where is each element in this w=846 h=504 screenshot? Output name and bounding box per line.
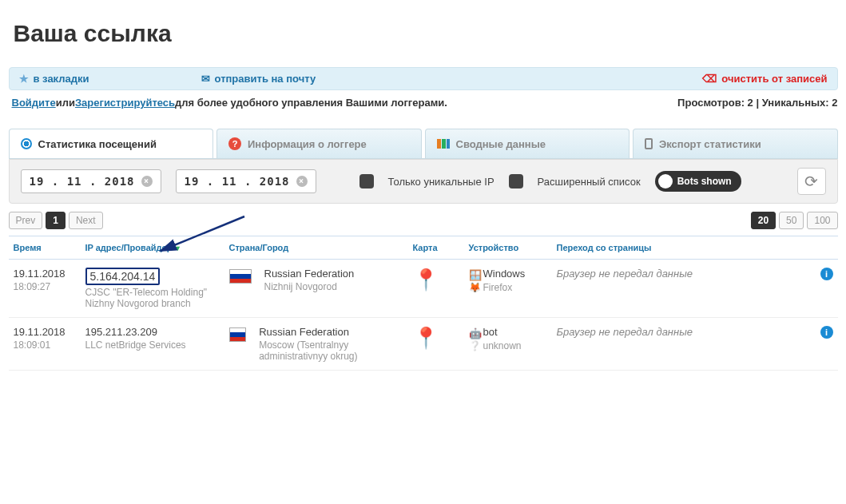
row-provider: LLC netBridge Services	[85, 339, 220, 351]
bookmark-link[interactable]: ★ в закладки	[19, 73, 89, 85]
col-ip[interactable]: IP адрес/Провайдер	[81, 236, 224, 260]
row-city: Moscow (Tsentralnyy administrativnyy okr…	[259, 339, 403, 362]
tab-info[interactable]: ? Информация о логгере	[216, 129, 422, 158]
refresh-button[interactable]: ⟳	[797, 168, 826, 195]
row-city: Nizhnij Novgorod	[264, 281, 355, 292]
clear-records-label: очистить от записей	[721, 73, 827, 85]
send-mail-label: отправить на почту	[215, 73, 316, 85]
date-to-input[interactable]: 19 . 11 . 2018 ×	[176, 169, 316, 193]
pager-page-1[interactable]: 1	[46, 212, 66, 229]
map-pin-icon[interactable]: 📍	[413, 326, 439, 350]
row-referer: Браузер не передал данные	[557, 326, 693, 338]
os-icon: 🤖	[469, 327, 480, 339]
action-bar: ★ в закладки ✉ отправить на почту ⌫ очис…	[9, 67, 838, 90]
row-browser: 🦊Firefox	[469, 282, 547, 294]
register-link[interactable]: Зарегистрируйтесь	[75, 97, 175, 109]
unique-ip-checkbox[interactable]	[359, 174, 374, 189]
star-icon: ★	[19, 73, 29, 85]
tabs: Статистика посещений ? Информация о логг…	[9, 129, 838, 159]
col-device[interactable]: Устройство	[464, 236, 552, 260]
row-country: Russian Federation	[259, 326, 403, 338]
row-ip[interactable]: 5.164.204.14	[85, 268, 220, 285]
table-row: 19.11.2018 18:09:01 195.211.23.209 LLC n…	[9, 318, 838, 371]
filter-bar: 19 . 11 . 2018 × 19 . 11 . 2018 × Только…	[9, 159, 838, 204]
row-date: 19.11.2018	[14, 326, 76, 338]
tab-stats[interactable]: Статистика посещений	[9, 129, 214, 158]
col-country[interactable]: Страна/Город	[224, 236, 408, 260]
clear-date-from-icon[interactable]: ×	[141, 176, 153, 187]
bar-chart-icon	[437, 139, 450, 149]
login-rest: для более удобного управления Вашими лог…	[175, 97, 447, 109]
tab-summary[interactable]: Сводные данные	[425, 129, 630, 158]
map-pin-icon[interactable]: 📍	[413, 268, 439, 292]
row-time: 18:09:27	[14, 281, 76, 292]
visits-table: Время IP адрес/Провайдер Страна/Город Ка…	[9, 236, 838, 371]
mail-icon: ✉	[201, 73, 210, 85]
eraser-icon: ⌫	[702, 73, 717, 85]
pager: Prev 1 Next 20 50 100	[9, 212, 838, 229]
tab-stats-label: Статистика посещений	[38, 138, 157, 150]
row-browser: ❔unknown	[469, 340, 547, 352]
row-time: 18:09:01	[14, 339, 76, 351]
flag-ru-icon	[229, 269, 252, 284]
tab-export-label: Экспорт статистики	[659, 138, 761, 150]
pager-prev[interactable]: Prev	[9, 212, 43, 229]
extended-list-label: Расширенный список	[538, 176, 641, 188]
pagesize-100[interactable]: 100	[807, 212, 837, 229]
bots-toggle[interactable]: Bots shown	[655, 171, 741, 192]
refresh-icon: ⟳	[804, 172, 818, 191]
row-info-button[interactable]: i	[820, 326, 833, 339]
date-from-value: 19 . 11 . 2018	[30, 175, 135, 188]
bots-toggle-label: Bots shown	[677, 176, 732, 187]
col-referer[interactable]: Переход со страницы	[552, 236, 816, 260]
pagesize-20[interactable]: 20	[751, 212, 776, 229]
col-map[interactable]: Карта	[408, 236, 464, 260]
os-icon: 🪟	[469, 269, 480, 280]
tab-info-label: Информация о логгере	[248, 138, 367, 150]
row-info-button[interactable]: i	[820, 268, 833, 280]
row-date: 19.11.2018	[14, 268, 76, 280]
extended-list-checkbox[interactable]	[509, 174, 523, 189]
pagesize-50[interactable]: 50	[779, 212, 804, 229]
date-from-input[interactable]: 19 . 11 . 2018 ×	[21, 169, 161, 193]
clear-records-link[interactable]: ⌫ очистить от записей	[702, 73, 827, 85]
login-or: или	[56, 97, 75, 109]
flag-ru-icon	[229, 327, 247, 342]
row-os: 🤖bot	[469, 326, 547, 339]
tab-summary-label: Сводные данные	[456, 138, 546, 150]
row-os: 🪟Windows	[469, 268, 547, 280]
col-time[interactable]: Время	[9, 236, 81, 260]
view-stats: Просмотров: 2 | Уникальных: 2	[677, 97, 837, 109]
browser-icon: ❔	[469, 340, 480, 351]
question-icon: ?	[228, 137, 241, 150]
row-provider: CJSC "ER-Telecom Holding" Nizhny Novgoro…	[85, 287, 220, 309]
browser-icon: 🦊	[469, 282, 480, 293]
page-title: Ваша ссылка	[14, 20, 838, 47]
pager-next[interactable]: Next	[69, 212, 103, 229]
clipboard-icon	[645, 138, 653, 149]
send-mail-link[interactable]: ✉ отправить на почту	[201, 73, 316, 85]
login-prompt: Войдите или Зарегистрируйтесь для более …	[12, 97, 838, 109]
clear-date-to-icon[interactable]: ×	[296, 176, 308, 187]
date-to-value: 19 . 11 . 2018	[185, 175, 290, 188]
tab-export[interactable]: Экспорт статистики	[633, 129, 838, 158]
row-country: Russian Federation	[264, 268, 355, 280]
bookmark-label: в закладки	[34, 73, 89, 85]
table-row: 19.11.2018 18:09:27 5.164.204.14 CJSC "E…	[9, 260, 838, 318]
unique-ip-label: Только уникальные IP	[388, 176, 494, 188]
row-referer: Браузер не передал данные	[557, 268, 693, 280]
row-ip[interactable]: 195.211.23.209	[85, 326, 220, 338]
eye-icon	[21, 138, 32, 149]
login-link[interactable]: Войдите	[12, 97, 56, 109]
toggle-dot-icon	[658, 174, 673, 189]
